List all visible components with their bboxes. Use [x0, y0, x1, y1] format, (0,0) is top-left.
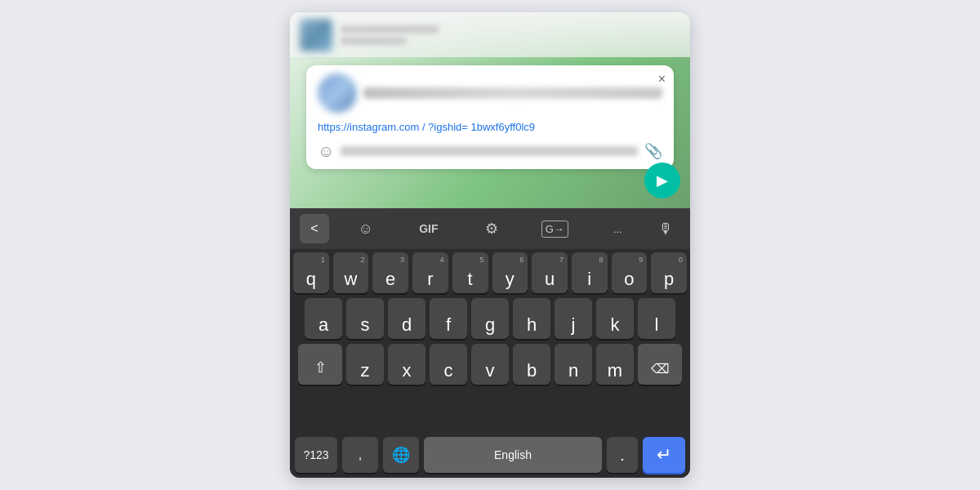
delete-icon: ⌫ — [651, 361, 670, 376]
bubble-footer: ☺ 📎 — [318, 142, 662, 161]
paperclip-icon[interactable]: 📎 — [644, 142, 662, 160]
key-row-1: 1q 2w 3e 4r 5t 6y 7u 8i 9o 0p — [293, 252, 687, 293]
return-key[interactable]: ↵ — [643, 437, 685, 473]
gif-button[interactable]: GIF — [399, 214, 458, 243]
key-d[interactable]: d — [388, 298, 425, 339]
key-u[interactable]: 7u — [532, 252, 568, 293]
key-j[interactable]: j — [555, 298, 592, 339]
key-n[interactable]: n — [555, 344, 592, 385]
more-button[interactable]: ... — [588, 214, 648, 243]
globe-key[interactable]: 🌐 — [383, 437, 419, 473]
close-button[interactable]: × — [658, 72, 666, 87]
keyboard-toolbar: < ☺ GIF ⚙ G→ ... 🎙 — [290, 208, 690, 249]
key-row-3: ⇧ z x c v b n m ⌫ — [293, 344, 687, 385]
phone-screen: × https://instagram.com / ?igshid= 1bwxf… — [290, 12, 690, 478]
shift-key[interactable]: ⇧ — [298, 344, 342, 385]
keyboard-bottom-bar: ?123 , 🌐 English . ↵ — [290, 432, 690, 478]
blurred-name — [341, 25, 439, 33]
key-a[interactable]: a — [305, 298, 342, 339]
chat-area: × https://instagram.com / ?igshid= 1bwxf… — [290, 12, 690, 208]
emoji-key[interactable]: , — [342, 437, 378, 473]
message-bubble: × https://instagram.com / ?igshid= 1bwxf… — [306, 65, 674, 169]
emoji-icon[interactable]: ☺ — [318, 142, 334, 161]
key-t[interactable]: 5t — [452, 252, 488, 293]
globe-icon: 🌐 — [392, 446, 410, 464]
key-row-2: a s d f g h j k l — [293, 298, 687, 339]
key-w[interactable]: 2w — [333, 252, 369, 293]
key-i[interactable]: 8i — [572, 252, 608, 293]
key-p[interactable]: 0p — [651, 252, 687, 293]
key-r[interactable]: 4r — [412, 252, 448, 293]
settings-icon: ⚙ — [485, 220, 498, 238]
key-o[interactable]: 9o — [612, 252, 648, 293]
emoji-key-icon: , — [359, 448, 362, 462]
chat-name-block — [341, 25, 439, 45]
sticker-button[interactable]: ☺ — [336, 214, 395, 243]
bubble-header — [318, 74, 662, 113]
key-k[interactable]: k — [596, 298, 634, 339]
key-l[interactable]: l — [638, 298, 675, 339]
numbers-switch-key[interactable]: ?123 — [295, 437, 337, 473]
space-key[interactable]: English — [424, 437, 602, 473]
profile-picture — [300, 19, 332, 51]
blurred-status — [341, 37, 406, 45]
key-g[interactable]: g — [471, 298, 509, 339]
mic-button[interactable]: 🎙 — [651, 214, 680, 243]
key-x[interactable]: x — [388, 344, 425, 385]
key-h[interactable]: h — [513, 298, 550, 339]
translate-icon: G→ — [541, 220, 568, 238]
period-key[interactable]: . — [607, 437, 638, 473]
toolbar-back-button[interactable]: < — [300, 214, 329, 243]
key-rows: 1q 2w 3e 4r 5t 6y 7u 8i 9o 0p a s d f g … — [290, 249, 690, 432]
key-s[interactable]: s — [346, 298, 384, 339]
key-b[interactable]: b — [513, 344, 550, 385]
translate-button[interactable]: G→ — [525, 214, 585, 243]
sender-avatar — [318, 74, 357, 113]
key-v[interactable]: v — [471, 344, 509, 385]
sender-name-blurred — [363, 87, 662, 99]
delete-key[interactable]: ⌫ — [638, 344, 682, 385]
shift-icon: ⇧ — [314, 359, 327, 376]
key-q[interactable]: 1q — [293, 252, 329, 293]
key-m[interactable]: m — [596, 344, 634, 385]
url-text: https://instagram.com / ?igshid= 1bwxf6y… — [318, 119, 662, 136]
chat-header — [290, 12, 690, 57]
settings-button[interactable]: ⚙ — [461, 214, 521, 243]
key-f[interactable]: f — [430, 298, 467, 339]
key-c[interactable]: c — [430, 344, 467, 385]
keyboard-area: < ☺ GIF ⚙ G→ ... 🎙 1q 2w 3e 4r 5t 6y — [290, 208, 690, 478]
key-e[interactable]: 3e — [372, 252, 408, 293]
sticker-icon: ☺ — [358, 220, 372, 238]
key-z[interactable]: z — [346, 344, 384, 385]
url-blurred — [341, 146, 638, 156]
send-button[interactable]: ▶ — [644, 163, 680, 198]
key-y[interactable]: 6y — [492, 252, 528, 293]
